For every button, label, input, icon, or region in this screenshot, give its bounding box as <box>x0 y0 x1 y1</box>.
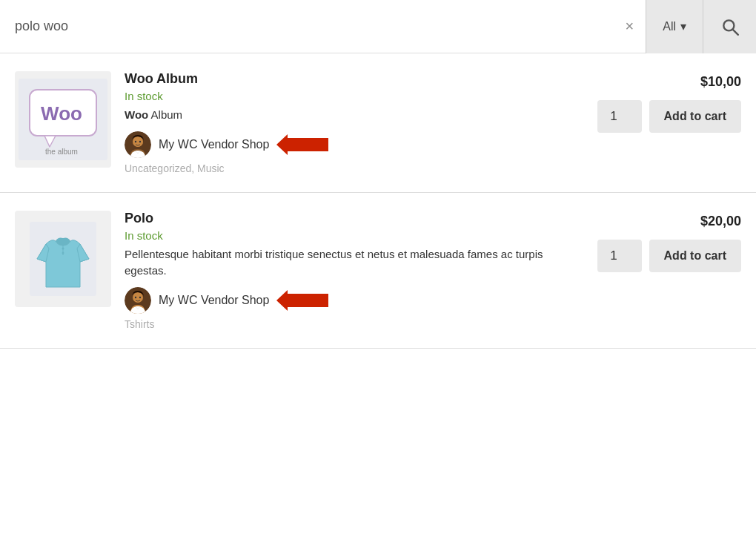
product-title-rest: Album <box>153 71 198 86</box>
add-to-cart-button[interactable]: Add to cart <box>649 100 741 133</box>
category-tag: Tshirts <box>125 318 580 330</box>
product-title: Woo Album <box>125 71 580 87</box>
svg-marker-21 <box>276 290 328 311</box>
product-description: Pellentesque habitant morbi tristique se… <box>125 246 580 280</box>
product-info: Polo In stock Pellentesque habitant morb… <box>125 211 580 330</box>
svg-line-1 <box>732 29 737 34</box>
stock-status: In stock <box>125 90 580 102</box>
add-to-cart-row: Add to cart <box>597 240 741 272</box>
svg-point-19 <box>135 296 136 297</box>
product-info: Woo Album In stock Woo Album <box>125 71 580 174</box>
svg-text:the album: the album <box>45 148 78 156</box>
quantity-input[interactable] <box>597 240 642 272</box>
product-desc-rest: Album <box>148 108 182 121</box>
svg-point-20 <box>139 296 141 297</box>
vendor-name: My WC Vendor Shop <box>159 138 269 151</box>
chevron-down-icon: ▾ <box>680 19 686 33</box>
search-bar: × All ▾ <box>0 0 756 53</box>
category-tag: Uncategorized, Music <box>125 162 580 174</box>
product-description: Woo Album <box>125 107 580 124</box>
svg-point-16 <box>62 251 64 254</box>
polo-shirt-image <box>30 222 96 296</box>
svg-marker-12 <box>276 134 328 155</box>
product-title: Polo <box>125 211 580 226</box>
svg-text:Woo: Woo <box>41 102 82 125</box>
vendor-name: My WC Vendor Shop <box>159 294 269 307</box>
vendor-row: My WC Vendor Shop <box>125 287 580 314</box>
stock-status: In stock <box>125 229 580 242</box>
svg-point-15 <box>62 247 64 249</box>
svg-point-11 <box>139 140 141 142</box>
filter-label: All <box>663 20 676 33</box>
product-title-bold: Polo <box>125 211 153 225</box>
avatar-image <box>125 287 151 314</box>
clear-button[interactable]: × <box>614 18 646 35</box>
product-action: $20,00 Add to cart <box>593 211 741 272</box>
search-input[interactable] <box>15 19 599 34</box>
red-arrow-icon <box>276 134 328 155</box>
add-to-cart-button[interactable]: Add to cart <box>649 240 741 272</box>
product-price: $20,00 <box>700 214 741 229</box>
filter-button[interactable]: All ▾ <box>646 0 703 53</box>
svg-point-10 <box>135 140 136 142</box>
product-list: Woo the album Woo Album In stock Woo Alb… <box>0 53 756 349</box>
quantity-input[interactable] <box>597 100 642 133</box>
product-thumbnail <box>15 211 111 307</box>
product-item: Woo the album Woo Album In stock Woo Alb… <box>0 53 756 193</box>
product-item: Polo In stock Pellentesque habitant morb… <box>0 193 756 349</box>
clear-icon: × <box>626 18 634 34</box>
add-to-cart-row: Add to cart <box>597 100 741 133</box>
avatar-image <box>125 131 151 158</box>
woo-album-image: Woo the album <box>19 79 107 160</box>
vendor-row: My WC Vendor Shop <box>125 131 580 158</box>
product-action: $10,00 Add to cart <box>593 71 741 133</box>
search-button[interactable] <box>703 0 756 53</box>
product-title-bold: Woo <box>125 71 153 86</box>
vendor-avatar <box>125 131 151 158</box>
search-input-wrap <box>0 19 614 34</box>
product-desc-bold: Woo <box>125 108 148 121</box>
product-price: $10,00 <box>700 74 741 90</box>
red-arrow-icon <box>276 290 328 311</box>
product-thumbnail: Woo the album <box>15 71 111 168</box>
vendor-avatar <box>125 287 151 314</box>
search-icon <box>720 17 740 36</box>
